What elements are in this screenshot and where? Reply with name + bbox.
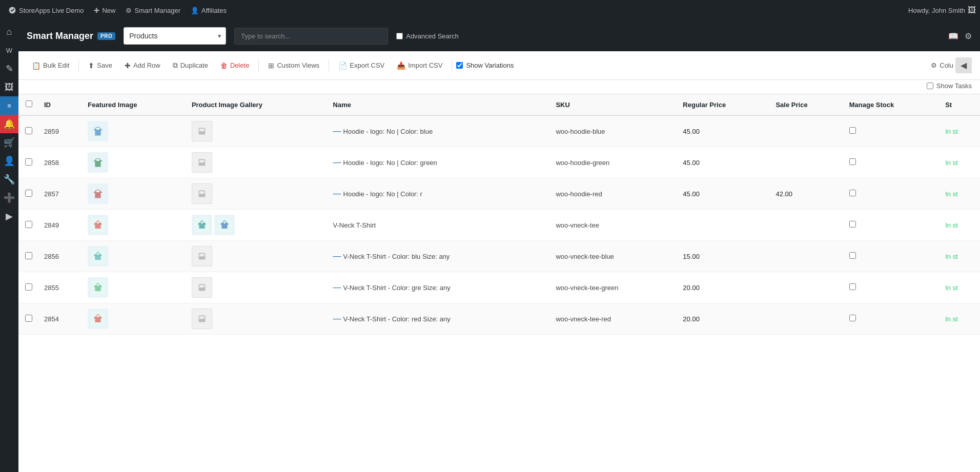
duplicate-icon: ⧉: [173, 61, 178, 70]
gallery-image: [192, 215, 212, 235]
show-tasks-checkbox[interactable]: [927, 83, 933, 89]
show-variations-checkbox[interactable]: [456, 62, 463, 69]
cell-regular-price: 15.00: [678, 241, 770, 272]
sm-header-icons: 📖 ⚙: [948, 31, 972, 41]
cell-id: 2857: [39, 178, 83, 210]
main-content: Smart Manager PRO Products Orders Custom…: [18, 20, 980, 472]
row-checkbox-cell[interactable]: [18, 210, 39, 241]
cell-gallery: [187, 210, 328, 241]
featured-image: [88, 152, 108, 173]
manage-stock-checkbox[interactable]: [849, 127, 856, 134]
manage-stock-checkbox[interactable]: [849, 315, 856, 321]
row-checkbox[interactable]: [25, 190, 32, 197]
row-checkbox[interactable]: [25, 283, 32, 291]
variation-indicator: —: [333, 127, 341, 135]
cell-regular-price: 45.00: [678, 115, 770, 147]
advanced-search-label[interactable]: Advanced Search: [396, 32, 459, 40]
new-item[interactable]: ✚ New: [90, 0, 119, 20]
back-button[interactable]: ◀: [955, 57, 972, 73]
sidebar-posts[interactable]: ✎: [0, 59, 18, 78]
gallery-images: [192, 121, 323, 141]
manage-stock-checkbox[interactable]: [849, 252, 856, 259]
search-input[interactable]: [234, 28, 388, 45]
save-icon: ⬆: [88, 61, 94, 70]
variation-indicator: —: [333, 252, 341, 260]
sidebar-play[interactable]: ▶: [0, 207, 18, 225]
col-gallery: Product Image Gallery: [187, 94, 328, 115]
cell-gallery: [187, 178, 328, 210]
cell-sku: woo-vneck-tee-blue: [550, 241, 678, 272]
wp-logo-item[interactable]: StoreApps Live Demo: [4, 0, 88, 20]
row-checkbox[interactable]: [25, 158, 32, 166]
manage-stock-checkbox[interactable]: [849, 283, 856, 290]
sidebar-tools[interactable]: 🔧: [0, 170, 18, 189]
settings-icon[interactable]: ⚙: [965, 31, 972, 41]
row-checkbox[interactable]: [25, 221, 32, 228]
row-checkbox-cell[interactable]: [18, 178, 39, 210]
columns-button[interactable]: ⚙ Colu: [931, 61, 953, 69]
cell-regular-price: 45.00: [678, 147, 770, 178]
cell-gallery: [187, 272, 328, 303]
bulk-edit-button[interactable]: 📋 Bulk Edit: [27, 58, 74, 73]
smart-manager-item[interactable]: ⚙ Smart Manager: [121, 0, 185, 20]
gallery-images: [192, 215, 323, 235]
col-name: Name: [328, 94, 551, 115]
product-select[interactable]: Products Orders Customers: [124, 27, 226, 45]
sm-logo: Smart Manager PRO: [27, 31, 115, 42]
row-checkbox-cell[interactable]: [18, 272, 39, 303]
cell-regular-price: 20.00: [678, 272, 770, 303]
row-checkbox[interactable]: [25, 315, 32, 322]
cell-sale-price: [770, 210, 844, 241]
cell-featured-image: [83, 115, 187, 147]
table-row: 2857 —Hoodie - logo: No | Color: r woo-h…: [18, 178, 980, 210]
variation-indicator: —: [333, 314, 341, 323]
sidebar-woo[interactable]: W: [0, 41, 18, 59]
row-checkbox-cell[interactable]: [18, 115, 39, 147]
sm-toolbar-row2: Show Tasks: [18, 80, 980, 94]
manage-stock-checkbox[interactable]: [849, 158, 856, 165]
sm-table-wrapper[interactable]: ID Featured Image Product Image Gallery …: [18, 94, 980, 472]
sidebar-users[interactable]: 👤: [0, 152, 18, 170]
sidebar-addnew[interactable]: ➕: [0, 189, 18, 207]
custom-views-button[interactable]: ⊞ Custom Views: [263, 58, 324, 73]
cell-name: —Hoodie - logo: No | Color: blue: [328, 115, 551, 147]
advanced-search-checkbox[interactable]: [396, 33, 403, 39]
sidebar-orders[interactable]: 🛒: [0, 133, 18, 152]
sidebar-dashboard[interactable]: ⌂: [0, 23, 18, 41]
product-name: Hoodie - logo: No | Color: blue: [343, 128, 433, 135]
row-checkbox-cell[interactable]: [18, 303, 39, 335]
duplicate-button[interactable]: ⧉ Duplicate: [168, 58, 213, 73]
save-button[interactable]: ⬆ Save: [83, 58, 117, 73]
show-tasks-label[interactable]: Show Tasks: [927, 82, 972, 90]
sidebar-media[interactable]: 🖼: [0, 78, 18, 96]
row-checkbox[interactable]: [25, 127, 32, 134]
table-row: 2856 —V-Neck T-Shirt - Color: blu Size: …: [18, 241, 980, 272]
bulk-edit-icon: 📋: [32, 61, 40, 70]
delete-button[interactable]: 🗑 Delete: [215, 58, 255, 73]
row-checkbox[interactable]: [25, 252, 32, 259]
toolbar-divider-1: [78, 59, 79, 72]
cell-featured-image: [83, 147, 187, 178]
cell-regular-price: [678, 210, 770, 241]
manage-stock-checkbox[interactable]: [849, 190, 856, 196]
affiliates-item[interactable]: 👤 Affiliates: [187, 0, 231, 20]
smart-manager-nav-label: Smart Manager: [134, 7, 180, 14]
show-variations-label[interactable]: Show Variations: [456, 61, 514, 69]
table-header-row: ID Featured Image Product Image Gallery …: [18, 94, 980, 115]
import-csv-button[interactable]: 📥 Import CSV: [392, 58, 447, 73]
add-row-button[interactable]: ✚ Add Row: [119, 58, 166, 73]
row-checkbox-cell[interactable]: [18, 147, 39, 178]
select-all-checkbox[interactable]: [26, 100, 32, 107]
wp-admin-bar: StoreApps Live Demo ✚ New ⚙ Smart Manage…: [0, 0, 980, 20]
export-csv-button[interactable]: 📄 Export CSV: [333, 58, 390, 73]
image-placeholder: [192, 121, 212, 141]
sidebar-notifications[interactable]: 🔔: [0, 115, 18, 133]
cell-manage-stock: [844, 178, 940, 210]
sidebar-smartmanager[interactable]: ≡: [0, 96, 18, 115]
image-placeholder: [192, 183, 212, 204]
book-icon[interactable]: 📖: [948, 31, 958, 41]
cell-featured-image: [83, 241, 187, 272]
manage-stock-checkbox[interactable]: [849, 221, 856, 228]
row-checkbox-cell[interactable]: [18, 241, 39, 272]
sm-header: Smart Manager PRO Products Orders Custom…: [18, 20, 980, 51]
